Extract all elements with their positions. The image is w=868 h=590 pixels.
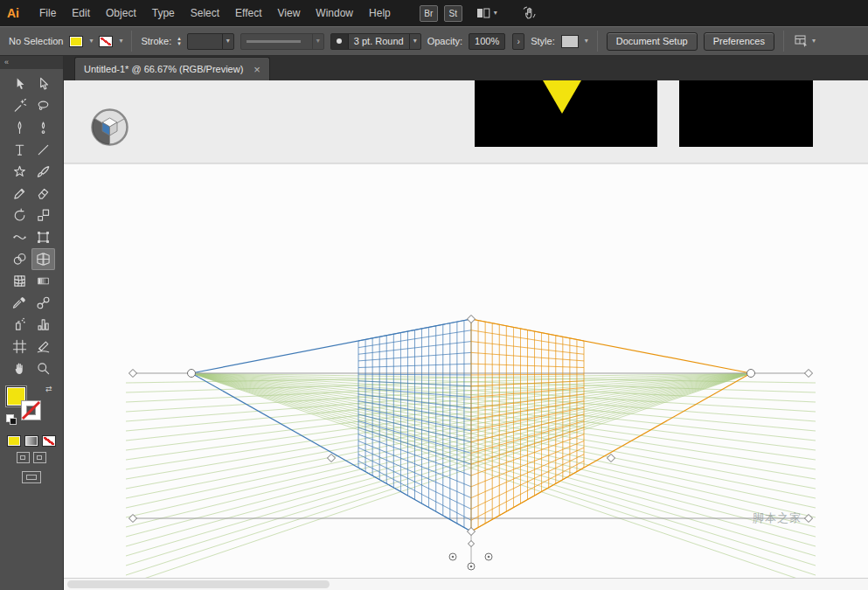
draw-behind-button[interactable] — [33, 452, 46, 463]
lasso-tool-button[interactable] — [31, 95, 55, 117]
workspace-switcher-icon — [795, 35, 809, 47]
brush-select[interactable]: 3 pt. Round ▾ — [330, 33, 421, 50]
hand-tool-button[interactable] — [8, 357, 31, 379]
menu-type[interactable]: Type — [144, 3, 183, 23]
fill-color-swatch[interactable] — [69, 36, 83, 47]
gradient-tool-button[interactable] — [31, 270, 55, 292]
direct-selection-tool-button[interactable] — [31, 73, 55, 95]
document-tab[interactable]: Untitled-1* @ 66.67% (RGB/Preview) × — [74, 57, 270, 80]
scale-icon — [36, 208, 51, 223]
rotate-tool-button[interactable] — [8, 205, 31, 226]
menu-window[interactable]: Window — [308, 3, 361, 23]
menu-effect[interactable]: Effect — [227, 3, 269, 23]
document-setup-button[interactable]: Document Setup — [607, 32, 698, 51]
curvature-tool-button[interactable] — [31, 117, 55, 139]
menu-select[interactable]: Select — [183, 3, 227, 23]
selection-tool-button[interactable] — [8, 73, 31, 95]
chevron-down-icon: ▾ — [226, 38, 230, 45]
tools-panel-collapse[interactable]: « — [0, 56, 63, 69]
pencil-tool-button[interactable] — [8, 183, 31, 205]
gradient-icon — [36, 274, 51, 288]
artboard-tool-button[interactable] — [8, 336, 31, 357]
close-icon[interactable]: × — [253, 64, 260, 75]
separator — [783, 31, 784, 52]
menu-file[interactable]: File — [31, 3, 64, 23]
column-graph-tool-button[interactable] — [31, 314, 55, 336]
stroke-none-slash-icon — [22, 401, 40, 420]
stroke-color-swatch[interactable] — [99, 36, 113, 47]
chevron-down-icon[interactable]: ▾ — [119, 38, 122, 45]
bridge-button[interactable]: Br — [420, 5, 438, 22]
variable-width-profile-select: ▾ — [240, 33, 324, 50]
stepper-down-icon[interactable]: ▾ — [177, 41, 181, 46]
zoom-tool-button[interactable] — [31, 357, 55, 379]
scale-tool-button[interactable] — [31, 205, 55, 226]
color-button[interactable] — [7, 435, 21, 447]
chevron-down-icon[interactable]: ▾ — [89, 38, 93, 45]
document-tab-bar: Untitled-1* @ 66.67% (RGB/Preview) × — [64, 56, 868, 80]
screen-mode-button[interactable] — [22, 471, 41, 483]
artboard-icon — [12, 339, 27, 354]
line-segment-icon — [36, 142, 51, 157]
chevron-down-icon: ▾ — [812, 38, 816, 45]
watermark-text: 脚本之家 — [753, 510, 802, 526]
slice-icon — [36, 339, 51, 354]
symbol-sprayer-tool-button[interactable] — [8, 314, 31, 336]
preferences-button[interactable]: Preferences — [704, 32, 774, 51]
workspace-switcher-button[interactable]: ▾ — [795, 35, 816, 47]
style-swatch[interactable] — [561, 35, 579, 48]
menu-object[interactable]: Object — [98, 3, 144, 23]
style-label: Style: — [531, 36, 555, 46]
star-tool-button[interactable] — [8, 161, 31, 183]
shape-builder-tool-button[interactable] — [8, 248, 31, 270]
gesture-button[interactable] — [522, 6, 537, 20]
plane-switching-widget[interactable] — [90, 108, 129, 147]
chevron-down-icon: ▾ — [413, 38, 417, 45]
mesh-tool-button[interactable] — [8, 270, 31, 292]
magic-wand-tool-button[interactable] — [8, 95, 31, 117]
slice-tool-button[interactable] — [31, 336, 55, 357]
draw-normal-button[interactable] — [17, 452, 30, 463]
curvature-tool-icon — [36, 121, 51, 135]
stroke-weight-select[interactable]: ▾ — [187, 33, 234, 50]
selection-status: No Selection — [9, 36, 63, 46]
menu-edit[interactable]: Edit — [64, 3, 98, 23]
stroke-label: Stroke: — [141, 36, 171, 46]
perspective-grid-svg[interactable] — [64, 80, 868, 578]
default-fill-stroke-icon[interactable] — [6, 414, 14, 422]
chevron-down-icon[interactable]: ▾ — [585, 38, 588, 45]
type-tool-button[interactable] — [8, 139, 31, 161]
horizontal-scrollbar[interactable] — [64, 578, 868, 590]
free-transform-tool-button[interactable] — [31, 226, 55, 248]
separator — [597, 31, 598, 52]
opacity-arrow-button[interactable]: › — [512, 33, 524, 50]
eyedropper-tool-button[interactable] — [8, 292, 31, 314]
tools-panel: « — [0, 56, 64, 590]
stroke-weight-stepper[interactable]: ▴ ▾ — [177, 36, 181, 46]
swap-fill-stroke-icon[interactable]: ⇄ — [45, 385, 52, 393]
pen-tool-button[interactable] — [8, 117, 31, 139]
default-stroke-square — [10, 418, 17, 425]
mesh-icon — [12, 274, 27, 288]
stock-button[interactable]: St — [444, 5, 462, 22]
opacity-input[interactable]: 100% — [469, 33, 505, 50]
horizontal-scrollbar-thumb[interactable] — [67, 580, 330, 588]
plane-switching-widget-icon — [90, 108, 129, 147]
workspace-layout-button[interactable]: ▾ — [476, 8, 497, 18]
lasso-icon — [36, 99, 51, 114]
canvas[interactable]: 脚本之家 — [64, 80, 868, 578]
perspective-grid-tool-button[interactable] — [31, 248, 55, 270]
width-tool-button[interactable] — [8, 226, 31, 248]
menu-help[interactable]: Help — [361, 3, 399, 23]
document-tab-title: Untitled-1* @ 66.67% (RGB/Preview) — [84, 64, 243, 74]
eraser-tool-button[interactable] — [31, 183, 55, 205]
none-button[interactable] — [42, 435, 56, 447]
paintbrush-tool-button[interactable] — [31, 161, 55, 183]
stroke-well[interactable] — [21, 400, 41, 420]
blend-tool-button[interactable] — [31, 292, 55, 314]
symbol-sprayer-icon — [12, 317, 27, 332]
eraser-icon — [36, 186, 51, 201]
gradient-button[interactable] — [24, 435, 38, 447]
line-segment-tool-button[interactable] — [31, 139, 55, 161]
menu-view[interactable]: View — [270, 3, 309, 23]
